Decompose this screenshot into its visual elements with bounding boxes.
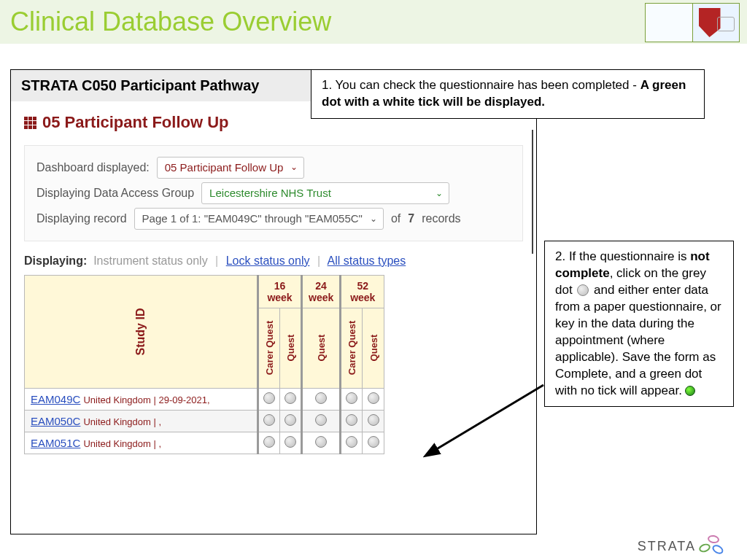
- record-count: 7: [408, 206, 414, 231]
- slide-title: Clinical Database Overview: [10, 7, 331, 37]
- record-link[interactable]: EAM051C: [31, 437, 80, 449]
- table-row: EAM051CUnited Kingdom | ,: [25, 432, 384, 454]
- connector-line-1: [525, 130, 540, 254]
- data-table-container: Study ID 16 week 24 week 52 week Carer Q…: [24, 275, 523, 454]
- record-page-select[interactable]: Page 1 of 1: "EAM049C" through "EAM055C"…: [134, 208, 384, 230]
- status-dot[interactable]: [368, 436, 379, 448]
- table-row: EAM050CUnited Kingdom | ,: [25, 410, 384, 432]
- header-maps: [645, 3, 740, 42]
- slide-header: Clinical Database Overview: [0, 0, 747, 44]
- status-filter-row: Displaying: Instrument status only | Loc…: [11, 252, 536, 275]
- group-52-week: 52 week: [341, 275, 384, 308]
- status-dot[interactable]: [315, 414, 327, 426]
- dashboard-label: Dashboard displayed:: [36, 155, 150, 180]
- col-study-id: Study ID: [25, 275, 258, 388]
- displaying-label: Displaying:: [24, 254, 87, 267]
- status-dot[interactable]: [285, 436, 296, 448]
- status-dot[interactable]: [285, 414, 296, 426]
- chevron-down-icon: ⌄: [290, 158, 298, 176]
- filter-panel: Dashboard displayed: 05 Participant Foll…: [24, 145, 523, 241]
- chevron-down-icon: ⌄: [436, 184, 443, 203]
- status-all-types-link[interactable]: All status types: [328, 254, 406, 267]
- grid-icon: [24, 117, 36, 129]
- status-dot[interactable]: [346, 414, 357, 426]
- status-lock-only-link[interactable]: Lock status only: [226, 254, 310, 267]
- status-instrument-only: Instrument status only: [93, 254, 208, 267]
- logo-ovals-icon: [699, 535, 725, 557]
- status-dot[interactable]: [285, 392, 296, 404]
- record-of: of: [391, 206, 400, 231]
- status-dot[interactable]: [263, 436, 275, 448]
- status-dot[interactable]: [263, 414, 275, 426]
- app-panel: STRATA C050 Participant Pathway 05 Parti…: [10, 69, 537, 534]
- footer-brand: STRATA: [638, 535, 725, 557]
- status-dot[interactable]: [315, 436, 327, 448]
- record-link[interactable]: EAM049C: [31, 393, 80, 405]
- status-dot[interactable]: [315, 392, 327, 404]
- table-row: EAM049CUnited Kingdom | 29-09-2021,: [25, 388, 384, 410]
- record-link[interactable]: EAM050C: [31, 415, 80, 427]
- dag-label: Displaying Data Access Group: [36, 180, 194, 206]
- record-records: records: [422, 206, 460, 231]
- callout-2: 2. If the questionnaire is not complete,…: [544, 241, 734, 407]
- status-dot[interactable]: [346, 392, 357, 404]
- status-dot[interactable]: [368, 414, 379, 426]
- status-dot[interactable]: [346, 436, 357, 448]
- section-heading-text: 05 Participant Follow Up: [42, 113, 228, 132]
- group-16-week: 16 week: [258, 275, 302, 308]
- dashboard-select[interactable]: 05 Participant Follow Up ⌄: [157, 157, 305, 179]
- callout-1: 1. You can check the questionnaire has b…: [311, 69, 705, 119]
- group-24-week: 24 week: [302, 275, 341, 308]
- grey-dot-icon: [577, 284, 589, 296]
- status-dot[interactable]: [368, 392, 379, 404]
- chevron-down-icon: ⌄: [370, 209, 377, 228]
- dag-select[interactable]: Leicestershire NHS Trust ⌄: [201, 182, 449, 204]
- green-dot-icon: [685, 386, 695, 396]
- record-label: Displaying record: [36, 206, 127, 231]
- status-dot[interactable]: [263, 392, 275, 404]
- data-table: Study ID 16 week 24 week 52 week Carer Q…: [24, 275, 384, 454]
